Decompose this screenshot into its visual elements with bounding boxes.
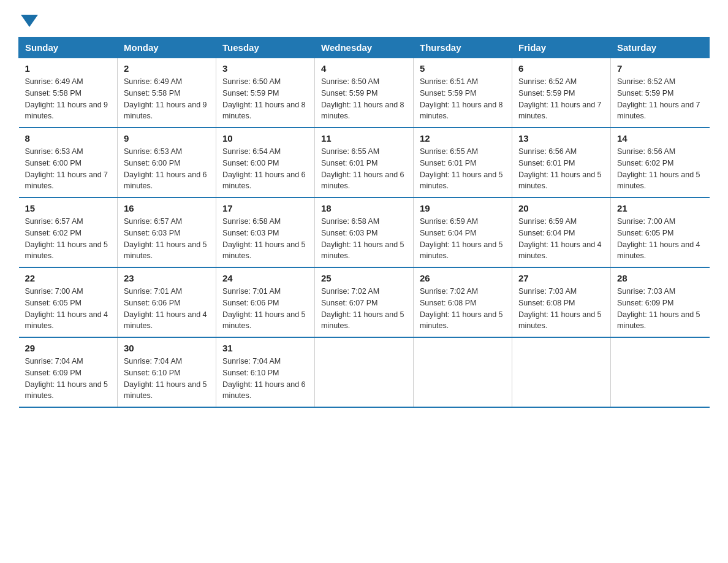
calendar-cell: 11 Sunrise: 6:55 AM Sunset: 6:01 PM Dayl… [315,128,414,197]
day-info: Sunrise: 7:02 AM Sunset: 6:08 PM Dayligh… [420,286,506,332]
header-day-thursday: Thursday [414,37,512,58]
day-info: Sunrise: 6:56 AM Sunset: 6:01 PM Dayligh… [518,146,604,192]
calendar-cell: 26 Sunrise: 7:02 AM Sunset: 6:08 PM Dayl… [414,267,512,337]
day-info: Sunrise: 6:53 AM Sunset: 6:00 PM Dayligh… [25,146,112,192]
calendar-cell: 13 Sunrise: 6:56 AM Sunset: 6:01 PM Dayl… [512,128,611,197]
calendar-cell: 10 Sunrise: 6:54 AM Sunset: 6:00 PM Dayl… [216,128,315,197]
calendar-cell: 2 Sunrise: 6:49 AM Sunset: 5:58 PM Dayli… [118,58,216,128]
day-info: Sunrise: 7:00 AM Sunset: 6:05 PM Dayligh… [617,216,703,262]
calendar-cell: 5 Sunrise: 6:51 AM Sunset: 5:59 PM Dayli… [414,58,512,128]
day-number: 10 [222,133,308,144]
calendar-cell: 4 Sunrise: 6:50 AM Sunset: 5:59 PM Dayli… [315,58,414,128]
day-info: Sunrise: 6:51 AM Sunset: 5:59 PM Dayligh… [420,76,506,122]
calendar-cell: 15 Sunrise: 6:57 AM Sunset: 6:02 PM Dayl… [19,197,118,267]
calendar-cell: 1 Sunrise: 6:49 AM Sunset: 5:58 PM Dayli… [19,58,118,128]
day-info: Sunrise: 6:52 AM Sunset: 5:59 PM Dayligh… [518,76,604,122]
day-number: 3 [222,63,308,74]
day-number: 4 [321,63,407,74]
day-number: 28 [617,273,703,283]
day-number: 26 [420,273,506,283]
calendar-cell: 30 Sunrise: 7:04 AM Sunset: 6:10 PM Dayl… [118,337,216,407]
day-number: 1 [25,63,112,74]
day-number: 29 [25,343,112,353]
calendar-cell: 27 Sunrise: 7:03 AM Sunset: 6:08 PM Dayl… [512,267,611,337]
calendar-cell [414,337,512,407]
day-number: 16 [124,203,210,213]
day-info: Sunrise: 7:01 AM Sunset: 6:06 PM Dayligh… [124,286,210,332]
day-number: 7 [617,63,703,74]
header-day-wednesday: Wednesday [315,37,414,58]
calendar-cell: 24 Sunrise: 7:01 AM Sunset: 6:06 PM Dayl… [216,267,315,337]
week-row-5: 29 Sunrise: 7:04 AM Sunset: 6:09 PM Dayl… [19,337,710,407]
week-row-1: 1 Sunrise: 6:49 AM Sunset: 5:58 PM Dayli… [19,58,710,128]
day-number: 11 [321,133,407,144]
calendar-cell: 31 Sunrise: 7:04 AM Sunset: 6:10 PM Dayl… [216,337,315,407]
day-info: Sunrise: 7:03 AM Sunset: 6:09 PM Dayligh… [617,286,703,332]
calendar-cell: 19 Sunrise: 6:59 AM Sunset: 6:04 PM Dayl… [414,197,512,267]
day-info: Sunrise: 6:49 AM Sunset: 5:58 PM Dayligh… [25,76,112,122]
day-number: 13 [518,133,604,144]
day-number: 6 [518,63,604,74]
header-day-tuesday: Tuesday [216,37,315,58]
day-number: 24 [222,273,308,283]
calendar-cell: 29 Sunrise: 7:04 AM Sunset: 6:09 PM Dayl… [19,337,118,407]
day-info: Sunrise: 6:58 AM Sunset: 6:03 PM Dayligh… [321,216,407,262]
calendar-table: SundayMondayTuesdayWednesdayThursdayFrid… [18,37,710,408]
week-row-3: 15 Sunrise: 6:57 AM Sunset: 6:02 PM Dayl… [19,197,710,267]
day-number: 14 [617,133,703,144]
calendar-cell: 23 Sunrise: 7:01 AM Sunset: 6:06 PM Dayl… [118,267,216,337]
day-info: Sunrise: 7:04 AM Sunset: 6:10 PM Dayligh… [124,356,210,402]
day-number: 5 [420,63,506,74]
header-day-monday: Monday [118,37,216,58]
calendar-cell: 12 Sunrise: 6:55 AM Sunset: 6:01 PM Dayl… [414,128,512,197]
day-info: Sunrise: 6:55 AM Sunset: 6:01 PM Dayligh… [420,146,506,192]
day-number: 9 [124,133,210,144]
day-info: Sunrise: 6:57 AM Sunset: 6:02 PM Dayligh… [25,216,112,262]
day-number: 8 [25,133,112,144]
day-number: 20 [518,203,604,213]
day-info: Sunrise: 7:02 AM Sunset: 6:07 PM Dayligh… [321,286,407,332]
calendar-cell: 6 Sunrise: 6:52 AM Sunset: 5:59 PM Dayli… [512,58,611,128]
day-info: Sunrise: 7:04 AM Sunset: 6:10 PM Dayligh… [222,356,308,402]
day-info: Sunrise: 6:52 AM Sunset: 5:59 PM Dayligh… [617,76,703,122]
calendar-cell: 21 Sunrise: 7:00 AM Sunset: 6:05 PM Dayl… [611,197,710,267]
day-info: Sunrise: 6:53 AM Sunset: 6:00 PM Dayligh… [124,146,210,192]
logo [18,12,38,25]
calendar-cell [315,337,414,407]
header-day-sunday: Sunday [19,37,118,58]
day-number: 15 [25,203,112,213]
calendar-cell: 16 Sunrise: 6:57 AM Sunset: 6:03 PM Dayl… [118,197,216,267]
day-number: 21 [617,203,703,213]
day-number: 23 [124,273,210,283]
day-number: 2 [124,63,210,74]
day-number: 27 [518,273,604,283]
day-info: Sunrise: 6:58 AM Sunset: 6:03 PM Dayligh… [222,216,308,262]
day-info: Sunrise: 7:04 AM Sunset: 6:09 PM Dayligh… [25,356,112,402]
day-info: Sunrise: 7:00 AM Sunset: 6:05 PM Dayligh… [25,286,112,332]
page-header [18,12,710,25]
day-number: 17 [222,203,308,213]
day-info: Sunrise: 6:57 AM Sunset: 6:03 PM Dayligh… [124,216,210,262]
calendar-cell: 14 Sunrise: 6:56 AM Sunset: 6:02 PM Dayl… [611,128,710,197]
day-info: Sunrise: 6:54 AM Sunset: 6:00 PM Dayligh… [222,146,308,192]
day-info: Sunrise: 7:03 AM Sunset: 6:08 PM Dayligh… [518,286,604,332]
day-number: 12 [420,133,506,144]
day-info: Sunrise: 6:59 AM Sunset: 6:04 PM Dayligh… [420,216,506,262]
day-number: 18 [321,203,407,213]
logo-arrow-icon [21,15,38,27]
day-number: 31 [222,343,308,353]
week-row-4: 22 Sunrise: 7:00 AM Sunset: 6:05 PM Dayl… [19,267,710,337]
calendar-cell [512,337,611,407]
day-info: Sunrise: 6:49 AM Sunset: 5:58 PM Dayligh… [124,76,210,122]
day-info: Sunrise: 7:01 AM Sunset: 6:06 PM Dayligh… [222,286,308,332]
header-row: SundayMondayTuesdayWednesdayThursdayFrid… [19,37,710,58]
calendar-cell: 8 Sunrise: 6:53 AM Sunset: 6:00 PM Dayli… [19,128,118,197]
calendar-cell: 3 Sunrise: 6:50 AM Sunset: 5:59 PM Dayli… [216,58,315,128]
day-info: Sunrise: 6:56 AM Sunset: 6:02 PM Dayligh… [617,146,703,192]
calendar-cell: 20 Sunrise: 6:59 AM Sunset: 6:04 PM Dayl… [512,197,611,267]
day-number: 19 [420,203,506,213]
day-number: 30 [124,343,210,353]
header-day-friday: Friday [512,37,611,58]
day-info: Sunrise: 6:50 AM Sunset: 5:59 PM Dayligh… [222,76,308,122]
calendar-cell [611,337,710,407]
